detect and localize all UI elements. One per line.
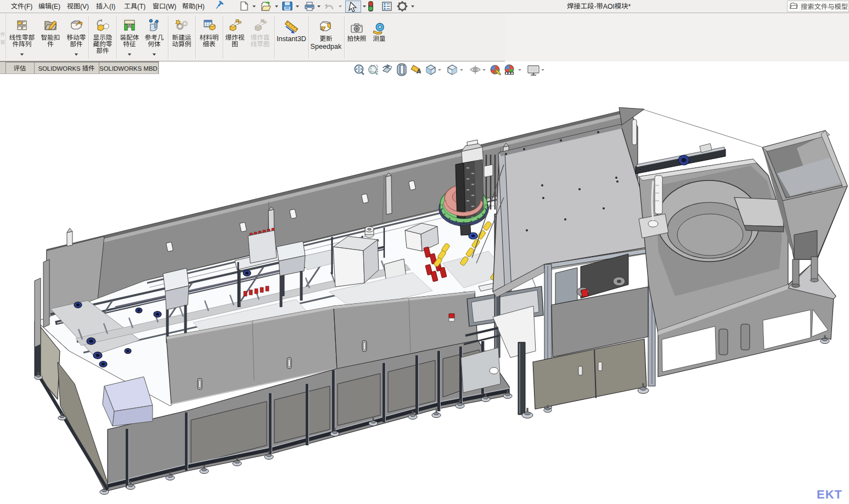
svg-text:EKT: EKT — [817, 488, 842, 501]
svg-text:(W): (W) — [166, 3, 176, 10]
svg-text:*: * — [628, 3, 631, 10]
svg-text:(T): (T) — [137, 3, 145, 10]
svg-text:A: A — [417, 68, 421, 75]
svg-text:(F): (F) — [24, 3, 32, 10]
svg-text:Speedpak: Speedpak — [311, 43, 342, 50]
svg-text:(H): (H) — [195, 3, 205, 10]
svg-text:Instant3D: Instant3D — [277, 35, 306, 43]
svg-text:(V): (V) — [80, 3, 89, 10]
svg-text:(I): (I) — [109, 3, 115, 10]
svg-text:-: - — [594, 3, 596, 10]
svg-text:(E): (E) — [52, 3, 60, 10]
svg-text:SOLIDWORKS: SOLIDWORKS — [38, 65, 81, 72]
svg-text:SOLIDWORKS MBD: SOLIDWORKS MBD — [99, 65, 158, 72]
svg-text:AOI: AOI — [603, 3, 615, 10]
